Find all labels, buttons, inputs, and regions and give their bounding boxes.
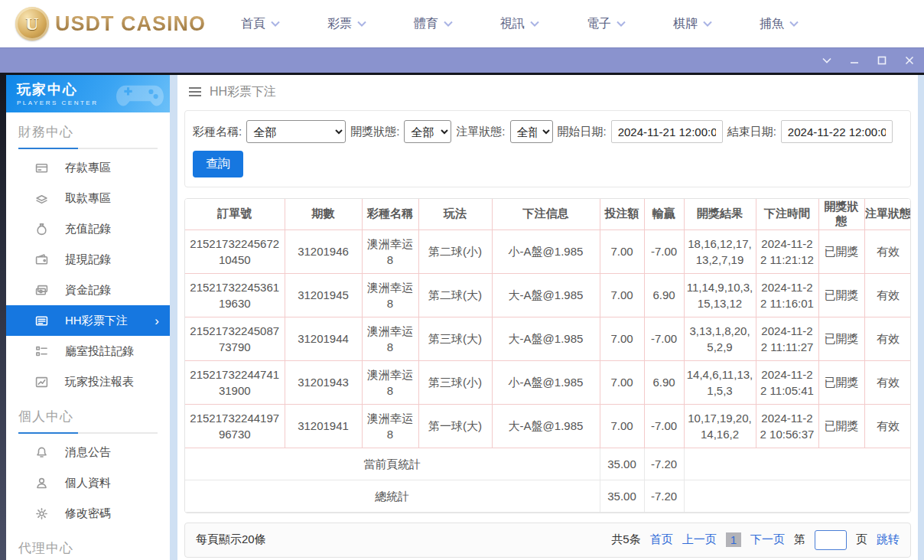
lottery-select[interactable]: 全部	[246, 120, 346, 143]
order-status-select[interactable]: 全部	[510, 120, 553, 143]
pagination-next[interactable]: 下一页	[750, 532, 785, 547]
sidebar-item[interactable]: 取款專區 ›	[6, 183, 170, 213]
sidebar-item-label: 充值記錄	[65, 222, 111, 236]
window-dropdown-button[interactable]	[818, 53, 835, 68]
nav-item[interactable]: 棋牌	[673, 16, 712, 32]
column-header: 注單狀態	[864, 199, 911, 230]
nav-item-label: 首頁	[241, 16, 265, 32]
total-count: 共5条	[611, 532, 640, 547]
minimize-icon	[850, 56, 859, 65]
cell-order-status: 有效	[864, 273, 911, 317]
page-jump-suffix: 页	[856, 532, 867, 547]
section-divider	[18, 432, 158, 434]
sidebar-item-label: 個人資料	[65, 476, 111, 490]
cell-lottery-name: 澳洲幸运8	[362, 317, 418, 360]
sidebar-item[interactable]: 個人資料 ›	[6, 467, 170, 498]
table-header-row: 訂單號 期數 彩種名稱 玩法 下注信息 投注額 輸贏	[185, 199, 911, 230]
sidebar-item[interactable]: 提現記錄 ›	[6, 244, 170, 275]
cell-play-type: 第二球(小)	[418, 230, 492, 273]
end-date-label: 結束日期:	[727, 125, 776, 139]
sidebar-item[interactable]: 充值記錄 ›	[6, 213, 170, 244]
pagination-jump[interactable]: 跳转	[877, 532, 900, 547]
page-size-text: 每頁顯示20條	[196, 532, 266, 547]
nav-item-label: 視訊	[500, 16, 525, 32]
column-header: 開獎結果	[684, 199, 756, 230]
gamepad-icon	[115, 78, 165, 112]
cell-period: 31201945	[285, 273, 362, 317]
nav-item[interactable]: 首頁	[241, 16, 280, 32]
cell-order-no: 2152173224474131900	[185, 360, 285, 404]
cell-draw-status: 已開獎	[818, 273, 864, 317]
page-jump-input[interactable]	[815, 530, 847, 550]
cell-lottery-name: 澳洲幸运8	[362, 273, 418, 317]
end-date-input[interactable]	[781, 120, 893, 143]
start-date-input[interactable]	[611, 120, 723, 143]
brand-name: USDT CASINO	[55, 12, 206, 36]
pagination: 共5条 首页 上一页 1 下一页 第 页 跳转	[611, 530, 900, 550]
summary-winloss: -7.20	[644, 448, 684, 480]
section-title: 財務中心	[6, 123, 170, 141]
sidebar-section-agent: 代理中心	[6, 529, 170, 560]
summary-blank	[684, 448, 911, 480]
column-header: 開獎狀態	[818, 199, 864, 230]
table-footer: 每頁顯示20條 共5条 首页 上一页 1 下一页 第 页 跳转	[184, 523, 911, 558]
chevron-down-icon	[444, 21, 453, 27]
sidebar-item-label: 提現記錄	[65, 252, 111, 267]
hamburger-icon[interactable]	[188, 86, 202, 97]
workspace: 玩家中心 PLAYERS CENTER 財務中心 存款專區 › 取款專區	[0, 73, 924, 560]
nav-item[interactable]: 彩票	[327, 16, 366, 32]
sidebar-item-label: 消息公告	[65, 445, 111, 460]
cell-draw-result: 3,13,1,8,20,5,2,9	[684, 317, 756, 360]
main-content: HH彩票下注 彩種名稱: 全部 開獎狀態: 全部 注單狀態: 全部 開始日期: …	[177, 75, 918, 560]
sidebar-item[interactable]: 修改密碼 ›	[6, 498, 170, 529]
coin-logo-icon: U	[15, 7, 49, 41]
chevron-down-icon	[530, 21, 539, 27]
maximize-button[interactable]	[874, 53, 890, 68]
sidebar-item[interactable]: HH彩票下注 ›	[6, 305, 170, 336]
brand-logo[interactable]: U USDT CASINO	[15, 7, 206, 41]
cell-play-type: 第二球(大)	[418, 273, 492, 317]
sidebar-section-personal: 個人中心 消息公告 › 個人資料 › 修改密碼 ›	[6, 397, 170, 529]
page-summary-row: 當前頁統計 35.00 -7.20	[185, 448, 911, 480]
nav-item[interactable]: 視訊	[500, 16, 539, 32]
sidebar-item[interactable]: 廳室投註記錄 ›	[6, 336, 170, 366]
pagination-prev[interactable]: 上一页	[682, 532, 717, 547]
minimize-button[interactable]	[846, 53, 863, 68]
column-header: 彩種名稱	[362, 199, 418, 230]
cell-period: 31201943	[285, 360, 362, 404]
sidebar-item-label: 玩家投注報表	[65, 375, 134, 389]
search-button[interactable]: 查詢	[193, 151, 243, 177]
sidebar-item-icon	[35, 345, 48, 358]
sidebar-item-icon	[35, 376, 48, 389]
sidebar-item[interactable]: 資金記錄 ›	[6, 275, 170, 305]
sidebar-item-icon	[35, 253, 48, 266]
cell-period: 31201941	[285, 404, 362, 448]
chevron-down-icon	[271, 21, 280, 27]
cell-bet-amount: 7.00	[600, 317, 644, 360]
table-row: 2152173224536119630 31201945 澳洲幸运8 第二球(大…	[185, 273, 911, 317]
sidebar-item[interactable]: 消息公告 ›	[6, 437, 170, 467]
cell-draw-status: 已開獎	[818, 230, 864, 273]
draw-status-select[interactable]: 全部	[404, 120, 451, 143]
cell-win-loss: -7.00	[644, 317, 684, 360]
nav-item-label: 捕魚	[760, 16, 784, 32]
nav-item-label: 電子	[587, 16, 611, 32]
sidebar-item[interactable]: 存款專區 ›	[6, 152, 170, 183]
nav-item[interactable]: 體育	[414, 16, 453, 32]
cell-bet-time: 2024-11-22 11:05:41	[756, 360, 818, 404]
page-title: HH彩票下注	[210, 84, 276, 100]
pagination-first[interactable]: 首页	[650, 532, 673, 547]
nav-item[interactable]: 電子	[587, 16, 626, 32]
sidebar-item-icon	[35, 446, 48, 459]
cell-bet-amount: 7.00	[600, 360, 644, 404]
nav-item[interactable]: 捕魚	[760, 16, 799, 32]
cell-bet-amount: 7.00	[600, 404, 644, 448]
sidebar-item[interactable]: 玩家投注報表 ›	[6, 366, 170, 397]
close-button[interactable]	[901, 53, 918, 68]
table-row: 2152173224474131900 31201943 澳洲幸运8 第三球(小…	[185, 360, 911, 404]
draw-status-label: 開獎狀態:	[350, 125, 399, 139]
table-row: 2152173224508773790 31201944 澳洲幸运8 第三球(大…	[185, 317, 911, 360]
cell-lottery-name: 澳洲幸运8	[362, 230, 418, 273]
table-row: 2152173224419796730 31201941 澳洲幸运8 第一球(大…	[185, 404, 911, 448]
cell-bet-time: 2024-11-22 11:16:01	[756, 273, 818, 317]
